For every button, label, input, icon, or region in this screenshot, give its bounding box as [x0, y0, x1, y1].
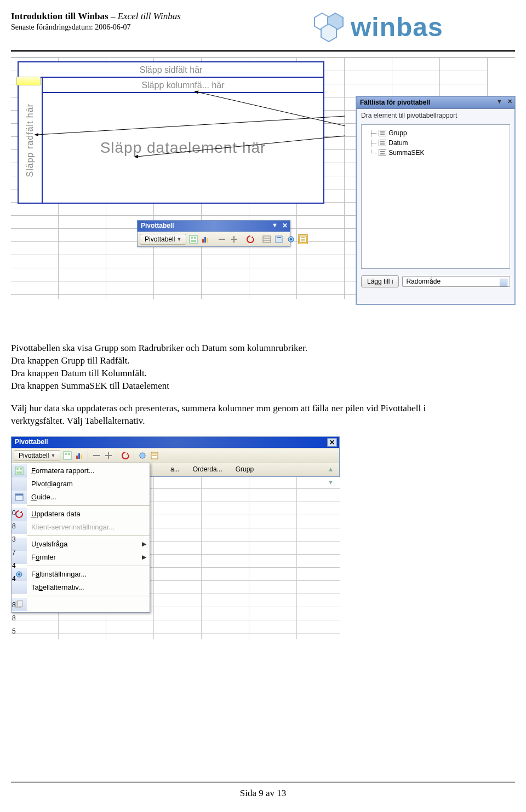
title-italic: Excel till Winbas: [118, 11, 181, 21]
include-hidden-icon[interactable]: [262, 234, 272, 244]
field-item-grupp[interactable]: ├─ Grupp: [364, 128, 507, 138]
pivot-dropdown-menu[interactable]: Formatera rapport... Pivotdiagram Guide.…: [11, 463, 150, 613]
hide-detail-icon[interactable]: [92, 451, 101, 460]
format-report-icon: [15, 467, 24, 475]
pivot-menu-button[interactable]: Pivottabell ▼: [14, 450, 60, 461]
svg-rect-11: [202, 239, 204, 243]
paragraph: Dra knappen Datum till Kolumnfält.: [11, 367, 472, 380]
menu-label: Formler: [31, 553, 142, 561]
menu-label: Uppdatera data: [31, 510, 146, 518]
svg-rect-46: [15, 494, 23, 496]
winbas-logo-svg: winbas: [312, 11, 515, 44]
field-icon: [379, 130, 386, 136]
close-icon[interactable]: ✕: [327, 438, 337, 447]
pivot-toolbar-titlebar[interactable]: Pivottabell ▼ ✕: [138, 221, 290, 232]
guide-icon: [15, 493, 24, 502]
add-to-button[interactable]: Lägg till i: [361, 275, 399, 287]
svg-rect-43: [20, 468, 22, 470]
svg-rect-42: [16, 468, 19, 470]
paragraph: Dra knappen Grupp till Radfält.: [11, 355, 472, 367]
field-button[interactable]: Orderda...: [193, 465, 222, 473]
always-display-icon[interactable]: [274, 234, 284, 244]
menu-item-formatera-rapport[interactable]: Formatera rapport...: [12, 464, 150, 477]
field-list-panel[interactable]: Fältlista för pivottabell ▼ ✕ Dra elemen…: [356, 96, 515, 304]
page-footer: Sida 9 av 13: [0, 781, 526, 799]
area-dropdown[interactable]: Radområde: [402, 276, 510, 287]
svg-rect-50: [18, 601, 22, 607]
winbas-logo: winbas: [312, 11, 515, 44]
show-detail-icon[interactable]: [104, 451, 113, 460]
field-list-toggle-icon[interactable]: [150, 451, 159, 460]
field-settings-icon[interactable]: [138, 451, 147, 460]
menu-item-formler[interactable]: Formler ▶: [12, 551, 150, 564]
pivot-data-area[interactable]: Släpp dataelement här: [43, 93, 323, 203]
refresh-icon[interactable]: [121, 451, 130, 460]
field-item-datum[interactable]: ├─ Datum: [364, 138, 507, 148]
title-bold: Introduktion till Winbas: [11, 11, 108, 21]
svg-rect-31: [76, 456, 78, 459]
row-header-fragment: 0 8 3 7 4 4 8 8 5: [12, 506, 16, 638]
header-text: Introduktion till Winbas – Excel till Wi…: [11, 11, 181, 32]
field-icon: [379, 149, 386, 156]
field-button[interactable]: Grupp: [236, 465, 254, 473]
pivot-drop-zone[interactable]: Släpp sidfält här Släpp radfält här Släp…: [18, 61, 324, 204]
field-label: Datum: [388, 139, 408, 147]
panel-options-icon[interactable]: ▼: [496, 98, 502, 105]
svg-point-23: [290, 238, 292, 240]
header-title: Introduktion till Winbas – Excel till Wi…: [11, 11, 181, 22]
svg-rect-34: [93, 455, 100, 456]
field-button[interactable]: a...: [170, 465, 180, 473]
svg-rect-10: [191, 240, 196, 242]
field-settings-icon[interactable]: [286, 234, 296, 244]
show-detail-icon[interactable]: [229, 234, 239, 244]
svg-rect-8: [191, 237, 193, 239]
close-icon[interactable]: ✕: [507, 98, 512, 105]
svg-rect-13: [207, 238, 208, 243]
toolbar-options-icon[interactable]: ▼: [272, 222, 278, 228]
menu-separator: [27, 535, 150, 536]
svg-rect-16: [231, 239, 237, 240]
refresh-icon: [15, 510, 24, 519]
field-label: SummaSEK: [388, 149, 424, 157]
scroll-up-icon[interactable]: ▴: [329, 464, 333, 473]
close-icon[interactable]: ✕: [282, 222, 288, 229]
screenshot-pivot-menu: Pivottabell ✕ Pivottabell ▼ a... Orderda…: [11, 436, 340, 644]
field-list-title-bar[interactable]: Fältlista för pivottabell ▼ ✕: [357, 97, 514, 109]
menu-item-urvalsfraga[interactable]: Urvalsfråga ▶: [12, 538, 150, 551]
menu-label: Pivotdiagram: [31, 480, 146, 488]
menu-item-guide[interactable]: Guide...: [12, 491, 150, 504]
format-report-icon[interactable]: [188, 234, 198, 244]
chart-icon[interactable]: [75, 451, 84, 460]
header-rule-thick: [11, 50, 515, 51]
field-item-summasek[interactable]: └─ SummaSEK: [364, 148, 507, 158]
chart-icon[interactable]: [201, 234, 210, 244]
menu-label: Tabellalternativ...: [31, 583, 146, 591]
menu-item-visa-sidor: [12, 598, 150, 611]
field-list-toggle-icon[interactable]: [298, 234, 308, 244]
svg-text:winbas: winbas: [350, 13, 443, 42]
format-report-icon[interactable]: [62, 451, 72, 460]
pivot-toolbar[interactable]: Pivottabell ▼ ✕ Pivottabell ▼: [137, 220, 290, 247]
menu-item-faltinstallningar[interactable]: Fältinställningar...: [12, 568, 150, 581]
menu-item-pivotdiagram[interactable]: Pivotdiagram: [12, 477, 150, 491]
scroll-down-icon[interactable]: ▾: [329, 477, 333, 486]
pivot-column-area[interactable]: Släpp kolumnfä... här: [43, 78, 323, 93]
menu-separator: [27, 596, 150, 596]
svg-rect-14: [219, 239, 225, 240]
pivot-toolbar-title: Pivottabell: [141, 222, 174, 229]
page-number: Sida 9 av 13: [240, 788, 287, 798]
hide-detail-icon[interactable]: [217, 234, 227, 244]
menu-item-tabellalternativ[interactable]: Tabellalternativ...: [12, 581, 150, 594]
paragraph: Dra knappen SummaSEK till Dataelement: [11, 380, 472, 393]
footer-rule-thick: [11, 782, 515, 782]
pivot-menu-button[interactable]: Pivottabell ▼: [140, 234, 186, 245]
menu-item-uppdatera-data[interactable]: Uppdatera data: [12, 508, 150, 521]
field-list-subtitle: Dra element till pivottabellrapport: [357, 109, 514, 122]
refresh-icon[interactable]: [245, 234, 255, 244]
menu-label: Guide...: [31, 493, 146, 501]
pivot-toolbar-titlebar[interactable]: Pivottabell ✕: [12, 437, 339, 448]
header-rule-thin: [11, 51, 515, 52]
menu-separator: [27, 566, 150, 566]
pivot-row-area[interactable]: Släpp radfält här: [19, 78, 43, 203]
pivot-page-area[interactable]: Släpp sidfält här: [19, 62, 323, 78]
